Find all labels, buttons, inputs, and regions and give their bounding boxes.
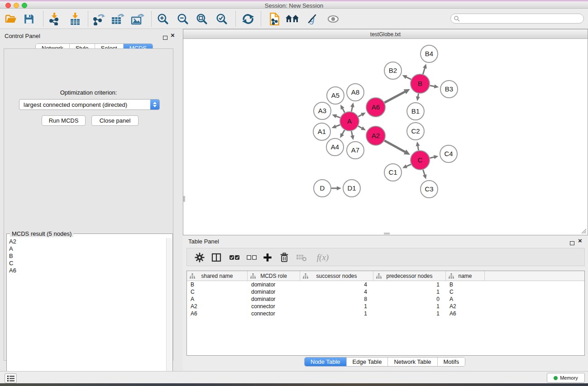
search-field[interactable] — [450, 14, 584, 24]
function-builder-icon[interactable]: f(x) — [313, 252, 333, 263]
delete-table-icon[interactable] — [295, 252, 308, 263]
split-columns-icon[interactable] — [210, 252, 223, 263]
table-cell[interactable]: B — [187, 281, 248, 288]
result-item[interactable]: A2 — [7, 238, 167, 245]
refresh-layout-icon[interactable] — [241, 12, 255, 26]
edge-A-A4[interactable] — [340, 130, 344, 138]
graph-node-C4[interactable]: C4 — [440, 145, 457, 162]
save-session-icon[interactable] — [22, 12, 36, 26]
table-cell[interactable]: 1 — [373, 310, 446, 317]
column-header-successor-nodes[interactable]: successor nodes — [300, 271, 373, 281]
result-item[interactable]: C — [7, 260, 167, 267]
console-toggle-button[interactable] — [5, 373, 17, 383]
edge-D-D1[interactable] — [331, 186, 341, 191]
graph-node-D[interactable]: D — [314, 180, 331, 197]
zoom-out-icon[interactable] — [176, 12, 190, 26]
graph-node-C1[interactable]: C1 — [384, 164, 402, 181]
graph-node-A1[interactable]: A1 — [313, 123, 330, 140]
zoom-selected-icon[interactable] — [215, 12, 229, 26]
graph-node-A8[interactable]: A8 — [347, 84, 364, 101]
import-network-icon[interactable] — [47, 12, 62, 26]
table-cell[interactable]: 4 — [300, 288, 373, 295]
graph-node-C3[interactable]: C3 — [421, 181, 438, 198]
table-cell[interactable]: 1 — [300, 303, 373, 310]
graph-node-B3[interactable]: B3 — [440, 81, 458, 98]
table-row[interactable]: Cdominator41C — [187, 288, 584, 295]
result-item[interactable]: B — [7, 253, 167, 260]
result-scrollbar[interactable] — [166, 238, 172, 386]
edge-A-A5[interactable] — [340, 105, 345, 112]
table-cell[interactable]: 1 — [300, 310, 373, 317]
export-image-icon[interactable] — [130, 12, 145, 26]
float-panel-icon[interactable] — [163, 33, 167, 42]
network-graph[interactable]: B4B2BB3A5A8A6B1A3AC2A1A2A4A7C4CC1DD1C3 — [184, 39, 588, 234]
gear-icon[interactable] — [193, 252, 206, 263]
table-cell[interactable]: A6 — [187, 310, 248, 317]
table-cell[interactable]: A — [187, 295, 248, 303]
memory-button[interactable]: Memory — [547, 373, 585, 383]
graph-node-A3[interactable]: A3 — [314, 102, 331, 119]
table-cell[interactable]: A6 — [446, 310, 485, 317]
select-all-checks-icon[interactable] — [228, 252, 241, 263]
table-cell[interactable]: A2 — [446, 303, 485, 310]
edge-A6-B[interactable] — [384, 89, 410, 103]
table-cell[interactable]: C — [446, 288, 485, 295]
edge-C-C3[interactable] — [423, 170, 427, 179]
graph-node-B[interactable]: B — [411, 74, 430, 93]
export-network-icon[interactable] — [91, 12, 106, 26]
column-header-predecessor-nodes[interactable]: predecessor nodes — [373, 271, 446, 281]
graphics-details-icon[interactable]: g — [305, 12, 320, 26]
table-row[interactable]: A6connector11A6 — [187, 310, 584, 317]
graph-node-A5[interactable]: A5 — [327, 87, 344, 104]
graph-node-A6[interactable]: A6 — [366, 98, 385, 117]
edge-A-A8[interactable] — [350, 103, 354, 112]
table-row[interactable]: A2connector11A2 — [187, 303, 584, 310]
edge-B-B1[interactable] — [416, 94, 420, 101]
run-mcds-button[interactable]: Run MCDS — [42, 115, 86, 126]
table-cell[interactable]: dominator — [248, 295, 300, 303]
table-cell[interactable]: 1 — [373, 303, 446, 310]
graph-node-A[interactable]: A — [340, 112, 359, 131]
graph-node-B1[interactable]: B1 — [407, 103, 424, 120]
graph-node-B2[interactable]: B2 — [384, 62, 402, 79]
delete-column-icon[interactable] — [277, 252, 291, 263]
table-cell[interactable]: C — [187, 288, 248, 295]
edge-A-A6[interactable] — [358, 113, 366, 117]
close-table-panel-icon[interactable]: × — [578, 238, 582, 243]
result-item[interactable]: A6 — [7, 267, 167, 274]
open-file-icon[interactable] — [4, 12, 18, 26]
table-cell[interactable]: A — [446, 295, 485, 303]
new-network-from-file-icon[interactable] — [267, 12, 282, 26]
column-header-shared-name[interactable]: shared name — [187, 271, 248, 281]
table-tab-motifs[interactable]: Motifs — [438, 357, 465, 366]
vertical-scrollbar-thumb[interactable] — [183, 196, 185, 202]
graph-node-C2[interactable]: C2 — [407, 123, 424, 140]
edge-B-B4[interactable] — [423, 64, 427, 74]
table-cell[interactable]: 1 — [373, 281, 446, 288]
column-header-MCDS-role[interactable]: MCDS role — [248, 271, 300, 281]
close-panel-icon[interactable]: × — [171, 33, 175, 38]
table-cell[interactable]: 4 — [300, 281, 373, 288]
edge-A-A2[interactable] — [358, 126, 366, 130]
graph-node-A2[interactable]: A2 — [366, 126, 385, 145]
table-cell[interactable]: dominator — [248, 281, 300, 288]
edge-A-A1[interactable] — [332, 124, 340, 128]
import-table-icon[interactable] — [68, 12, 82, 26]
table-row[interactable]: Adominator80A — [187, 295, 584, 303]
optimization-dropdown[interactable]: largest connected component (directed) — [19, 99, 160, 110]
table-tab-node-table[interactable]: Node Table — [305, 357, 347, 366]
table-cell[interactable]: connector — [248, 310, 300, 317]
search-input[interactable] — [460, 15, 583, 22]
table-cell[interactable]: 1 — [373, 288, 446, 295]
result-item[interactable]: A — [7, 245, 167, 253]
network-window-titlebar[interactable]: testGlobe.txt — [183, 29, 588, 39]
edge-B-B3[interactable] — [430, 84, 439, 88]
resize-grip-icon[interactable] — [581, 228, 587, 234]
add-column-icon[interactable] — [261, 252, 274, 263]
eye-icon[interactable] — [326, 12, 340, 26]
table-tab-network-table[interactable]: Network Table — [388, 357, 437, 366]
edge-A-A3[interactable] — [332, 114, 340, 118]
edge-A2-C[interactable] — [384, 141, 410, 155]
close-panel-button[interactable]: Close panel — [91, 115, 139, 126]
edge-C-C2[interactable] — [416, 142, 420, 151]
